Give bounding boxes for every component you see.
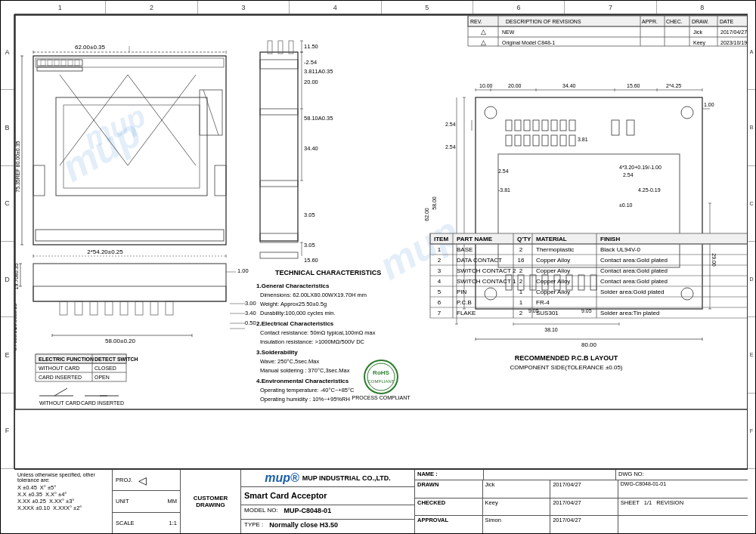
svg-rect-73 [105,301,113,315]
svg-text:7: 7 [438,310,442,316]
checked-date: 2017/04/27 [550,499,618,516]
tol-row-2: X.X ±0.35X.X° ±4° [17,491,109,498]
svg-text:CLOSED: CLOSED [94,366,116,371]
svg-text:Wave: 250°C,5sec.Max: Wave: 250°C,5sec.Max [260,358,319,365]
svg-text:3.05: 3.05 [304,242,315,248]
svg-rect-150 [590,275,596,290]
main-container: 1 2 3 4 5 6 7 8 A B C D E F A B C D E F … [0,0,756,534]
svg-text:Operating humidity : 10%~+95%R: Operating humidity : 10%~+95%RH [260,396,350,403]
svg-text:SWITCH OPERATION DIAGRAM: SWITCH OPERATION DIAGRAM [39,409,132,410]
svg-text:TECHNICAL CHARACTERISTICS: TECHNICAL CHARACTERISTICS [275,269,381,276]
product-name: Smart Card Acceptor [244,491,327,500]
svg-text:PROCESS COMPLIANT: PROCESS COMPLIANT [352,395,411,400]
svg-rect-119 [476,97,702,309]
svg-rect-125 [515,120,521,131]
svg-text:15.60: 15.60 [304,257,318,264]
svg-text:58.00±0.20: 58.00±0.20 [105,338,136,344]
svg-text:ITEM: ITEM [434,236,448,242]
sheet-block: SHEET 1/1 REVISION [618,499,748,516]
svg-rect-38 [61,60,66,66]
svg-text:Operating temperature: -40°C~+: Operating temperature: -40°C~+85°C [260,387,355,394]
svg-text:20.00: 20.00 [508,83,522,88]
svg-rect-91 [260,52,298,241]
svg-text:34.40: 34.40 [562,83,576,88]
svg-text:BASE: BASE [457,246,472,253]
checked-label: CHECKED [415,499,483,516]
svg-text:1.00: 1.00 [237,267,249,274]
side-view: 11.50 -2.54 3.811A0.35 20.00 58.10A0.35 … [260,41,333,264]
svg-text:Weight: Approx25.50±0.5g: Weight: Approx25.50±0.5g [260,301,327,307]
svg-text:16: 16 [518,257,525,264]
svg-text:Keey: Keey [693,40,705,46]
product-name-row: Smart Card Acceptor [241,487,414,505]
switch-table: ELECTRIC FUNCTION DETECT SWITCH WITHOUT … [36,354,138,381]
svg-rect-126 [524,120,530,131]
svg-text:3.40: 3.40 [245,310,256,316]
front-view: 62.00±0.35 mup [14,44,256,351]
checked-row: CHECKED Keey 2017/04/27 SHEET 1/1 REVISI… [415,499,748,517]
grid-col-6: 6 [473,1,565,14]
svg-text:62.00±0.35: 62.00±0.35 [75,44,106,51]
svg-text:RECOMMENDED P.C.B LAYOUT: RECOMMENDED P.C.B LAYOUT [515,354,618,362]
svg-text:20.00: 20.00 [304,79,318,85]
svg-text:11.50: 11.50 [304,43,318,50]
svg-rect-49 [215,165,226,196]
title-block: Unless otherwise specified, other tolera… [14,469,748,533]
svg-rect-33 [37,67,82,71]
svg-text:34.40: 34.40 [304,145,318,152]
drawing-area: mup mup REV. DESCRIPTION OF REVISIONS AP… [14,14,748,469]
unless-text: Unless otherwise specified, other tolera… [17,472,109,483]
grid-col-1: 1 [14,1,106,14]
grid-row-a: A [1,14,14,90]
svg-text:2.54: 2.54 [498,168,509,174]
svg-text:Contact area:Gold plated: Contact area:Gold plated [600,267,668,274]
svg-rect-72 [90,301,98,315]
tolerance-block: Unless otherwise specified, other tolera… [14,470,113,533]
svg-rect-94 [260,181,298,187]
svg-rect-135 [533,135,539,146]
svg-rect-127 [533,120,539,131]
proj-row: PROJ. ◁ [113,470,180,491]
name-col-header: NAME : [415,470,484,480]
svg-rect-149 [578,275,584,290]
svg-text:2: 2 [519,267,523,274]
svg-text:DESCRIPTION OF REVISIONS: DESCRIPTION OF REVISIONS [506,19,581,24]
svg-rect-130 [560,120,566,131]
approval-row: APPROVAL Simon 2017/04/27 [415,516,748,533]
grid-col-8: 8 [657,1,748,14]
svg-text:DATE: DATE [720,19,733,24]
customer-label: CUSTOMER DRAWING [181,495,240,508]
company-name: MUP INDUSTRIAL CO.,LTD. [302,474,391,482]
svg-rect-92 [260,60,298,69]
sheet-label: SHEET [621,499,640,515]
svg-point-122 [485,288,497,300]
drawn-date: 2017/04/27 [550,480,618,498]
svg-text:2017/04/27: 2017/04/27 [720,29,747,35]
svg-text:-2.54: -2.54 [304,59,317,66]
svg-text:58.00: 58.00 [432,196,437,210]
svg-rect-134 [524,135,530,146]
svg-text:2: 2 [519,278,523,285]
svg-text:38.10: 38.10 [544,327,558,332]
unit-val: MM [168,498,178,505]
tol-row-3: X.XX ±0.25X.XX° ±3° [17,498,109,505]
svg-text:Copper Alloy: Copper Alloy [536,289,570,295]
svg-point-288 [364,360,398,394]
svg-text:DATA CONTACT: DATA CONTACT [457,257,502,264]
svg-rect-31 [33,56,226,245]
grid-row-rf: F [748,394,755,469]
model-label: MODEL NO: [241,505,281,519]
approval-extra [618,516,748,533]
svg-text:FR-4: FR-4 [536,299,550,306]
svg-text:Contact resistance: 50mΩ typic: Contact resistance: 50mΩ typical,100mΩ m… [260,329,376,336]
svg-line-282 [54,388,67,396]
sign-block: NAME : DWG NO: DRAWN Jick 2017/04/27 DWG… [415,470,748,533]
svg-text:P.C.B: P.C.B [457,299,472,306]
grid-right: A B C D E F [748,14,755,469]
svg-rect-77 [166,301,173,315]
svg-rect-76 [150,301,158,315]
proj-block: PROJ. ◁ UNIT MM SCALE 1:1 [113,470,181,533]
approval-date: 2017/04/27 [550,516,618,533]
svg-text:2*4.25: 2*4.25 [666,83,681,88]
svg-text:±0.10: ±0.10 [619,202,633,208]
